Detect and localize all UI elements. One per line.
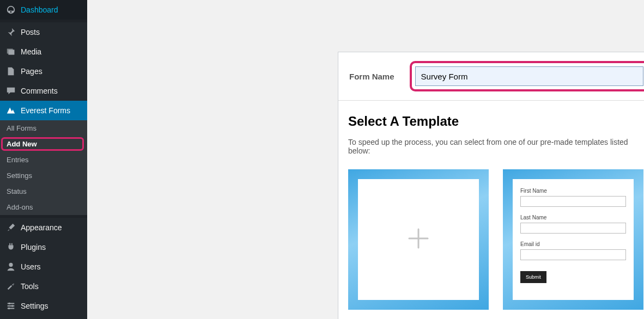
plug-icon: [5, 242, 16, 253]
sidebar-item-everest-forms[interactable]: Everest Forms: [0, 101, 87, 120]
user-icon: [5, 261, 16, 272]
form-name-row: Form Name: [338, 52, 644, 101]
template-list: First Name Last Name Email id Submit: [348, 169, 643, 310]
wrench-icon: [5, 281, 16, 292]
sidebar-item-plugins[interactable]: Plugins: [0, 237, 87, 257]
svg-point-1: [11, 305, 14, 307]
sidebar-item-label: Media: [21, 47, 41, 56]
sidebar-subitem-add-new[interactable]: Add New: [0, 136, 87, 152]
page-icon: [5, 66, 16, 77]
sidebar-item-appearance[interactable]: Appearance: [0, 218, 87, 237]
sidebar-item-tools[interactable]: Tools: [0, 277, 87, 296]
form-name-highlight: [415, 66, 643, 86]
new-form-card: Form Name Select A Template To speed up …: [338, 52, 644, 319]
sidebar-item-label: Plugins: [21, 243, 46, 251]
template-field-label: Last Name: [520, 214, 626, 220]
media-icon: [5, 46, 16, 57]
sidebar-item-media[interactable]: Media: [0, 42, 87, 62]
dashboard-icon: [5, 4, 16, 15]
sidebar-item-label: Dashboard: [21, 5, 58, 14]
svg-point-2: [8, 308, 10, 310]
template-field-label: First Name: [520, 188, 626, 194]
brush-icon: [5, 222, 16, 233]
main-content: Form Name Select A Template To speed up …: [87, 0, 644, 319]
sidebar-item-dashboard[interactable]: Dashboard: [0, 0, 87, 20]
form-name-input[interactable]: [415, 66, 643, 86]
sidebar-item-users[interactable]: Users: [0, 257, 87, 277]
sliders-icon: [5, 300, 16, 311]
sidebar-subitem-add-ons[interactable]: Add-ons: [0, 199, 87, 215]
sidebar-submenu-everest: All Forms Add New Entries Settings Statu…: [0, 120, 87, 215]
template-submit-button: Submit: [520, 271, 546, 283]
sidebar-item-label: Posts: [21, 28, 40, 36]
sidebar-subitem-settings[interactable]: Settings: [0, 168, 87, 183]
sidebar-item-pages[interactable]: Pages: [0, 62, 87, 81]
comment-icon: [5, 85, 16, 96]
admin-sidebar: Dashboard Posts Media Pages Comments Eve…: [0, 0, 87, 319]
sidebar-item-label: Pages: [21, 67, 42, 76]
select-template-heading: Select A Template: [348, 114, 643, 129]
template-field-label: Email id: [520, 241, 626, 247]
pin-icon: [5, 27, 16, 38]
sidebar-item-label: Comments: [21, 87, 58, 95]
template-field-input: [520, 249, 626, 260]
sidebar-item-posts[interactable]: Posts: [0, 22, 87, 42]
sidebar-subitem-all-forms[interactable]: All Forms: [0, 120, 87, 136]
sidebar-item-label: Appearance: [21, 223, 62, 232]
template-field-input: [520, 223, 626, 234]
template-blank[interactable]: [348, 169, 489, 310]
sidebar-item-comments[interactable]: Comments: [0, 81, 87, 101]
select-template-description: To speed up the process, you can select …: [348, 138, 643, 155]
template-field-input: [520, 196, 626, 207]
sidebar-item-label: Settings: [21, 302, 48, 310]
everest-forms-icon: [5, 105, 16, 116]
sidebar-item-label: Users: [21, 262, 41, 271]
form-name-label: Form Name: [349, 72, 394, 81]
sidebar-item-settings[interactable]: Settings: [0, 296, 87, 316]
plus-icon: [405, 225, 432, 254]
sidebar-subitem-entries[interactable]: Entries: [0, 152, 87, 168]
sidebar-item-label: Tools: [21, 282, 39, 291]
sidebar-item-label: Everest Forms: [21, 106, 70, 115]
template-contact[interactable]: First Name Last Name Email id Submit: [503, 169, 643, 310]
svg-point-0: [9, 303, 11, 305]
sidebar-subitem-status[interactable]: Status: [0, 183, 87, 199]
